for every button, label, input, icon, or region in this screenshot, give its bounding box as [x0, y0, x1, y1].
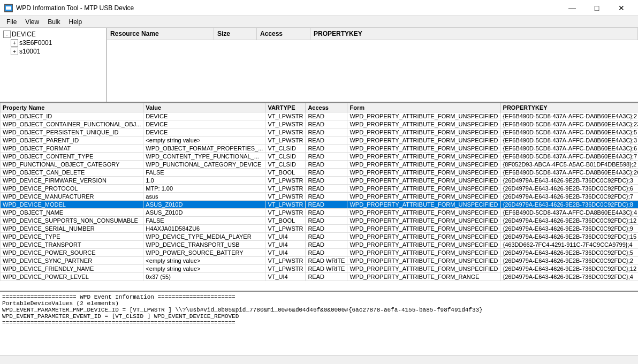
menu-bulk[interactable]: Bulk [43, 17, 64, 27]
menu-file[interactable]: File [2, 17, 21, 27]
table-cell: {EF6B490D-5CD8-437A-AFFC-DA8B60EE4A3C};4 [500, 209, 638, 217]
table-cell: WPD_DEVICE_TRANSPORT [1, 241, 143, 249]
table-row[interactable]: WPD_OBJECT_IDDEVICEVT_LPWSTRREADWPD_PROP… [1, 112, 639, 120]
table-row[interactable]: WPD_OBJECT_CONTAINER_FUNCTIONAL_OBJ...DE… [1, 120, 639, 128]
titlebar-controls: — □ ✕ [560, 0, 634, 16]
table-cell: WPD_DEVICE_TYPE [1, 233, 143, 241]
table-row[interactable]: WPD_DEVICE_PROTOCOLMTP: 1.00VT_LPWSTRREA… [1, 185, 639, 193]
table-row[interactable]: WPD_OBJECT_FORMATWPD_OBJECT_FORMAT_PROPE… [1, 145, 639, 153]
table-cell: WPD_DEVICE_SYNC_PARTNER [1, 257, 143, 265]
table-cell: WPD_PROPERTY_ATTRIBUTE_FORM_UNSPECIFIED [347, 225, 500, 233]
minimize-button[interactable]: — [560, 0, 584, 16]
table-cell: <empty string value> [143, 265, 265, 273]
table-cell: READ [306, 249, 347, 257]
col-header-form: Form [347, 103, 500, 112]
horizontal-scrollbar[interactable] [0, 355, 638, 364]
table-cell: ASUS_Z010D [143, 201, 265, 209]
table-row[interactable]: WPD_DEVICE_SUPPORTS_NON_CONSUMABLEFALSEV… [1, 217, 639, 225]
tree-child-1[interactable]: + s10001 [10, 47, 104, 56]
table-cell: {EF6B490D-5CD8-437A-AFFC-DA8B60EE4A3C};2 [500, 112, 638, 120]
log-line: ===================== WPD Event Informat… [2, 294, 636, 300]
table-row[interactable]: WPD_DEVICE_SYNC_PARTNER<empty string val… [1, 257, 639, 265]
table-cell: VT_LPWSTR [265, 177, 306, 185]
table-row[interactable]: WPD_DEVICE_POWER_LEVEL0x37 (55)VT_UI4REA… [1, 273, 639, 281]
table-row[interactable]: WPD_FUNCTIONAL_OBJECT_CATEGORYWPD_FUNCTI… [1, 161, 639, 169]
table-cell: WPD_DEVICE_SERIAL_NUMBER [1, 225, 143, 233]
table-cell: VT_UI4 [265, 233, 306, 241]
tree-root-expand[interactable]: - [3, 31, 11, 38]
table-cell: {8F052D93-ABCA-4FC5-A5AC-B01DF4DBE598};2 [500, 161, 638, 169]
table-cell: READ [306, 177, 347, 185]
svg-rect-2 [7, 10, 10, 11]
tree-root-item[interactable]: - DEVICE [2, 30, 104, 39]
tree-child-expand-0[interactable]: + [11, 39, 18, 47]
table-row[interactable]: WPD_DEVICE_TYPEWPD_DEVICE_TYPE_MEDIA_PLA… [1, 233, 639, 241]
table-cell: {26D4979A-E643-4626-9E2B-736DC0C92FDC};9 [500, 225, 638, 233]
table-row[interactable]: WPD_DEVICE_FRIENDLY_NAME<empty string va… [1, 265, 639, 273]
table-cell: DEVICE [143, 128, 265, 136]
table-row[interactable]: WPD_OBJECT_CONTENT_TYPEWPD_CONTENT_TYPE_… [1, 153, 639, 161]
table-cell: VT_UI4 [265, 249, 306, 257]
table-row[interactable]: WPD_DEVICE_MANUFACTURERasusVT_LPWSTRREAD… [1, 193, 639, 201]
table-cell: READ [306, 185, 347, 193]
table-cell: WPD_PROPERTY_ATTRIBUTE_FORM_UNSPECIFIED [347, 169, 500, 177]
table-cell: {EF6B490D-5CD8-437A-AFFC-DA8B60EE4A3C};7 [500, 153, 638, 161]
table-cell: asus [143, 193, 265, 201]
table-row[interactable]: WPD_DEVICE_SERIAL_NUMBERH4AXJA01D584ZU6V… [1, 225, 639, 233]
maximize-button[interactable]: □ [584, 0, 609, 16]
table-cell: {26D4979A-E643-4626-9E2B-736DC0C92FDC};6 [500, 185, 638, 193]
hscroll-bar[interactable] [0, 356, 638, 364]
table-cell: WPD_DEVICE_MODEL [1, 201, 143, 209]
table-cell: VT_LPWSTR [265, 136, 306, 145]
table-cell: {26D4979A-E643-4626-9E2B-736DC0C92FDC};2 [500, 257, 638, 265]
rh-size: Size [214, 28, 257, 40]
rh-access: Access [257, 28, 310, 40]
table-cell: READ [306, 128, 347, 136]
table-cell: WPD_PROPERTY_ATTRIBUTE_FORM_UNSPECIFIED [347, 209, 500, 217]
menu-view[interactable]: View [21, 17, 43, 27]
tree-child-0[interactable]: + s3E6F0001 [10, 39, 104, 47]
tree-children: + s3E6F0001 + s10001 [2, 39, 104, 56]
table-cell: VT_UI4 [265, 273, 306, 281]
table-cell: VT_UI4 [265, 241, 306, 249]
table-cell: READ [306, 201, 347, 209]
table-cell: VT_CLSID [265, 161, 306, 169]
table-cell: WPD_PROPERTY_ATTRIBUTE_FORM_RANGE [347, 273, 500, 281]
table-cell: WPD_OBJECT_NAME [1, 209, 143, 217]
table-cell: WPD_OBJECT_CAN_DELETE [1, 169, 143, 177]
table-cell: VT_LPWSTR [265, 265, 306, 273]
table-row[interactable]: WPD_OBJECT_NAMEASUS_Z010DVT_LPWSTRREADWP… [1, 209, 639, 217]
table-row[interactable]: WPD_OBJECT_PARENT_ID<empty string value>… [1, 136, 639, 145]
table-cell: WPD_FUNCTIONAL_CATEGORY_DEVICE [143, 161, 265, 169]
table-cell: WPD_DEVICE_POWER_LEVEL [1, 273, 143, 281]
properties-panel[interactable]: Property Name Value VARTYPE Access Form … [0, 103, 638, 291]
table-row[interactable]: WPD_DEVICE_MODELASUS_Z010DVT_LPWSTRREADW… [1, 201, 639, 209]
table-cell: WPD_PROPERTY_ATTRIBUTE_FORM_UNSPECIFIED [347, 177, 500, 185]
table-cell: READ [306, 161, 347, 169]
table-row[interactable]: WPD_DEVICE_TRANSPORTWPD_DEVICE_TRANSPORT… [1, 241, 639, 249]
col-header-propkey: PROPERTYKEY [500, 103, 638, 112]
tree-child-expand-1[interactable]: + [11, 48, 18, 55]
table-cell: READ [306, 145, 347, 153]
properties-table-body: WPD_OBJECT_IDDEVICEVT_LPWSTRREADWPD_PROP… [1, 112, 639, 281]
table-cell: {26D4979A-E643-4626-9E2B-736DC0C92FDC};7 [500, 193, 638, 201]
table-row[interactable]: WPD_OBJECT_PERSISTENT_UNIQUE_IDDEVICEVT_… [1, 128, 639, 136]
table-cell: VT_BOOL [265, 169, 306, 177]
table-cell: VT_LPWSTR [265, 209, 306, 217]
menu-help[interactable]: Help [64, 17, 86, 27]
table-cell: WPD_OBJECT_ID [1, 112, 143, 120]
tree-panel[interactable]: - DEVICE + s3E6F0001 + s10001 [0, 28, 107, 102]
table-cell: WPD_CONTENT_TYPE_FUNCTIONAL_... [143, 153, 265, 161]
table-cell: DEVICE [143, 120, 265, 128]
table-cell: VT_CLSID [265, 145, 306, 153]
table-cell: VT_LPWSTR [265, 128, 306, 136]
close-button[interactable]: ✕ [609, 0, 634, 16]
table-row[interactable]: WPD_OBJECT_CAN_DELETEFALSEVT_BOOLREADWPD… [1, 169, 639, 177]
table-cell: {26D4979A-E643-4626-9E2B-736DC0C92FDC};1… [500, 265, 638, 273]
log-line: WPD_EVENT_PARAMETER_PNP_DEVICE_ID = [VT_… [2, 307, 636, 313]
table-cell: WPD_PROPERTY_ATTRIBUTE_FORM_UNSPECIFIED [347, 233, 500, 241]
table-row[interactable]: WPD_DEVICE_FIRMWARE_VERSION1.0VT_LPWSTRR… [1, 177, 639, 185]
table-cell: WPD_PROPERTY_ATTRIBUTE_FORM_UNSPECIFIED [347, 249, 500, 257]
table-row[interactable]: WPD_DEVICE_POWER_SOURCEWPD_POWER_SOURCE_… [1, 249, 639, 257]
table-cell: WPD_DEVICE_PROTOCOL [1, 185, 143, 193]
